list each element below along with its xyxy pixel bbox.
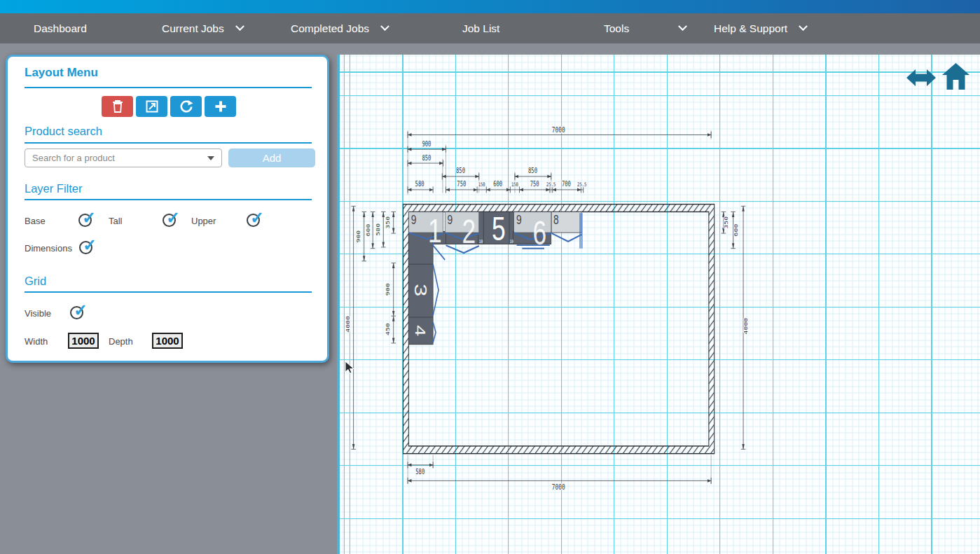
nav-tools[interactable]: Tools xyxy=(604,13,686,43)
rotate-icon xyxy=(179,99,193,113)
divider xyxy=(25,291,312,293)
chevron-down-icon xyxy=(678,22,687,31)
nav-dashboard[interactable]: Dashboard xyxy=(34,13,87,43)
cabinet-number: 6 xyxy=(533,214,547,252)
cabinet-number: 1 xyxy=(428,211,442,249)
panel-title: Layout Menu xyxy=(25,66,98,80)
dim-label: 900 xyxy=(385,283,390,296)
select-caret-icon xyxy=(207,156,214,160)
mouse-cursor xyxy=(345,361,354,374)
divider xyxy=(25,199,312,200)
dim-label: 150 xyxy=(478,182,485,188)
product-search-heading: Product search xyxy=(25,125,102,138)
divider xyxy=(25,87,312,88)
home-icon[interactable] xyxy=(941,62,970,90)
dim-label: 25.5 xyxy=(577,182,586,188)
dim-label: 7000 xyxy=(552,483,565,492)
cabinet-tag: 9 xyxy=(447,212,453,228)
dim-label: 750 xyxy=(530,180,539,188)
rotate-button[interactable] xyxy=(170,96,202,117)
dim-label: 450 xyxy=(385,323,390,335)
base-checkbox[interactable] xyxy=(78,214,92,227)
dim-label: 580 xyxy=(415,468,425,476)
depth-label: Depth xyxy=(109,336,133,347)
filter-label-upper: Upper xyxy=(191,216,216,226)
delete-button[interactable] xyxy=(102,96,133,117)
cabinet-number: 3 xyxy=(411,284,430,296)
plus-icon xyxy=(214,100,227,113)
divider xyxy=(25,142,312,144)
visible-label: Visible xyxy=(25,308,51,319)
add-button[interactable]: Add xyxy=(228,148,315,167)
nav-label: Tools xyxy=(604,22,629,35)
dim-label: 700 xyxy=(562,180,571,188)
layout-toolbar xyxy=(102,96,236,117)
nav-current-jobs[interactable]: Current Jobs xyxy=(162,13,243,43)
dim-label: 600 xyxy=(365,224,371,237)
nav-job-list[interactable]: Job List xyxy=(462,13,499,43)
grid-width-input[interactable] xyxy=(68,333,99,349)
nav-help-support[interactable]: Help & Support xyxy=(714,13,806,43)
layout-menu-panel: Layout Menu Product search Search for a … xyxy=(6,55,329,363)
cabinet-number: 5 xyxy=(492,209,506,247)
chevron-down-icon xyxy=(235,22,244,31)
dim-label: 900 xyxy=(355,230,361,243)
trash-icon xyxy=(112,100,123,113)
dim-label: 350 xyxy=(385,216,390,229)
cabinet-number: 2 xyxy=(462,212,476,251)
dim-label: 580 xyxy=(415,180,425,188)
grid-depth-input[interactable] xyxy=(152,333,183,349)
dim-label: 580 xyxy=(375,223,380,236)
dim-label: 25.5 xyxy=(546,182,555,188)
grid-visible-checkbox[interactable] xyxy=(70,306,83,319)
resize-horizontal-icon[interactable] xyxy=(906,67,936,89)
nav-label: Current Jobs xyxy=(162,22,224,35)
floor-plan: 1 2 5 6 3 4 9 9 9 8 10 10 xyxy=(337,55,980,554)
add-product-button[interactable] xyxy=(205,96,236,117)
grid-heading: Grid xyxy=(25,275,46,288)
dim-label: 7000 xyxy=(552,125,565,134)
cabinet-tag: 8 xyxy=(553,212,559,228)
product-search-placeholder: Search for a product xyxy=(32,153,115,163)
dim-label: 600 xyxy=(493,180,502,188)
dim-label: 750 xyxy=(457,180,466,188)
dim-label: 600 xyxy=(733,224,738,237)
nav-completed-jobs[interactable]: Completed Jobs xyxy=(291,13,388,43)
dim-label: 350 xyxy=(723,216,729,229)
product-search-select[interactable]: Search for a product xyxy=(25,148,222,167)
filter-label-base: Base xyxy=(25,216,46,226)
filter-label-dimensions: Dimensions xyxy=(25,243,72,254)
filler-tag: 10 xyxy=(510,240,514,244)
chevron-down-icon xyxy=(799,22,808,31)
dim-label: 850 xyxy=(528,167,537,174)
nav-label: Help & Support xyxy=(714,22,787,35)
dim-label: 150 xyxy=(511,182,518,188)
top-gradient-strip xyxy=(0,0,980,13)
width-label: Width xyxy=(25,336,48,347)
upper-checkbox[interactable] xyxy=(247,214,260,227)
dim-label: 4000 xyxy=(345,316,350,333)
cabinet-number: 4 xyxy=(413,325,429,336)
dimensions-checkbox[interactable] xyxy=(79,241,92,254)
resize-expand-icon xyxy=(146,100,158,113)
tall-checkbox[interactable] xyxy=(163,214,176,227)
dim-label: 850 xyxy=(422,153,431,161)
filter-label-tall: Tall xyxy=(109,216,123,226)
chevron-down-icon xyxy=(380,22,389,31)
top-nav: Dashboard Current Jobs Completed Jobs Jo… xyxy=(0,13,980,43)
dim-label: 850 xyxy=(456,167,465,174)
cabinet-tag: 9 xyxy=(411,212,417,228)
dim-label: 4000 xyxy=(743,318,748,335)
dim-label: 900 xyxy=(422,140,431,148)
nav-label: Dashboard xyxy=(34,22,87,35)
nav-label: Job List xyxy=(462,22,499,35)
nav-label: Completed Jobs xyxy=(291,22,369,35)
filler-tag: 10 xyxy=(479,240,483,244)
cabinet-tag: 9 xyxy=(516,212,522,228)
resize-button[interactable] xyxy=(136,96,167,117)
layer-filter-heading: Layer Filter xyxy=(25,182,83,195)
